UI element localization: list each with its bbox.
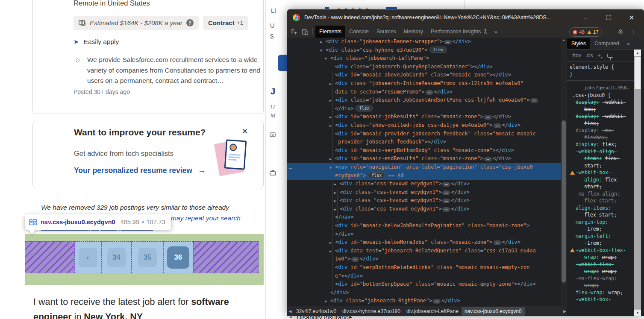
element-style-section[interactable]: element.style { }: [567, 61, 635, 81]
collapse-arrow-icon[interactable]: ▼: [325, 55, 330, 63]
expand-inline-icon[interactable]: …: [426, 90, 433, 95]
expand-arrow-icon[interactable]: ▶: [334, 197, 340, 205]
css-property[interactable]: display: -ms-flexbox;: [576, 127, 629, 141]
apply-button-fragment[interactable]: [278, 55, 288, 71]
devtools-tab-sources[interactable]: Sources: [373, 26, 400, 38]
devtools-titlebar[interactable]: DevTools - www.indeed.com/jobs?q=softwar…: [287, 9, 644, 26]
css-property[interactable]: margin-left: -1rem;: [576, 233, 629, 247]
css-property[interactable]: display: flex;: [576, 141, 629, 148]
overflow-dots-icon[interactable]: …: [289, 163, 292, 172]
scrollbar-thumb[interactable]: [635, 57, 641, 89]
class-toggle-button[interactable]: .cls: [585, 53, 593, 59]
tree-row[interactable]: </nav>: [287, 213, 561, 222]
salary-help-icon[interactable]: ?: [186, 19, 194, 26]
css-property[interactable]: !-webkit-box-flex-wrap: wrap;: [576, 247, 629, 261]
expand-arrow-icon[interactable]: ▶: [329, 113, 335, 122]
css-property[interactable]: flex-wrap: wrap;: [576, 289, 629, 296]
breadcrumb-item[interactable]: div.jobsearch-LeftPane: [403, 307, 462, 316]
css-property[interactable]: -webkit-flex-wrap: wrap;: [576, 261, 629, 275]
new-rule-button[interactable]: +▾: [597, 52, 603, 59]
expand-arrow-icon[interactable]: ▶: [329, 97, 335, 105]
expand-inline-icon[interactable]: …: [444, 40, 452, 44]
css-property[interactable]: -ms-flex-align: flex-start;: [576, 190, 629, 205]
breadcrumb-back-icon[interactable]: ◀: [287, 309, 293, 313]
tree-row[interactable]: ▼<div class="css-hyhnne e37uo190">flex: [287, 46, 561, 55]
devtools-tab-memory[interactable]: Memory: [400, 26, 427, 38]
devtools-tab-elements[interactable]: Elements: [315, 26, 345, 38]
expand-arrow-icon[interactable]: ▶: [325, 297, 330, 306]
tree-row[interactable]: ▶<div class="jobsearch-RightPane">…</div…: [287, 297, 561, 305]
tree-row[interactable]: ▶<div class="jobsearch-JobCountAndSortPa…: [287, 96, 561, 105]
breadcrumb-item[interactable]: 32v4l7.eu4oa1w0: [293, 307, 339, 316]
expand-inline-icon[interactable]: …: [530, 98, 538, 103]
rendering-emulation-icon[interactable]: [607, 54, 613, 58]
tree-row[interactable]: ▶<div class="jobsearch-InlineResumePromo…: [287, 79, 561, 88]
pagination-page-button[interactable]: 35: [138, 248, 157, 267]
tree-row[interactable]: ▶<div id="mosaic-belowMoreJobs" class="m…: [287, 238, 561, 247]
tree-row-selected[interactable]: …▼<nav role="navigation" aria-label="pag…: [287, 163, 561, 172]
tree-row[interactable]: <div id="bottomSerpSpace" class="mosaic …: [287, 280, 561, 289]
expand-inline-icon[interactable]: …: [484, 115, 492, 120]
tree-row[interactable]: ▶<div id="mosaic-endResults" class="mosa…: [287, 155, 561, 163]
maximize-button[interactable]: [600, 9, 617, 26]
scrollbar-thumb[interactable]: [562, 120, 566, 283]
elements-scrollbar[interactable]: ▲: [561, 38, 567, 306]
tree-row[interactable]: </div>: [287, 289, 561, 297]
expand-arrow-icon[interactable]: ▶: [334, 180, 340, 189]
tree-row[interactable]: ▶<div class="show-omitted-jobs css-ds1jy…: [287, 121, 561, 130]
tab-styles[interactable]: Styles: [567, 38, 590, 49]
css-property[interactable]: display: -webkit-flex;: [576, 113, 629, 127]
expand-inline-icon[interactable]: …: [442, 190, 450, 195]
close-button[interactable]: ✕: [623, 9, 640, 26]
css-property[interactable]: align-items: flex-start;: [576, 205, 629, 219]
styles-scrollbar[interactable]: ▲ ▼: [634, 50, 641, 316]
tree-row[interactable]: <div id="mosaic-provider-jobsearch-feedb…: [287, 130, 561, 138]
expand-arrow-icon[interactable]: ▶: [320, 38, 326, 47]
expand-arrow-icon[interactable]: ▶: [334, 189, 340, 197]
tree-row[interactable]: ▶<div class="jobsearch-Banner-wrapper">……: [287, 38, 561, 46]
tree-row[interactable]: </div>: [287, 230, 561, 239]
css-property[interactable]: -webkit-box-: [576, 296, 629, 303]
breadcrumb-forward-icon[interactable]: ▶: [563, 309, 566, 313]
expand-inline-icon[interactable]: …: [484, 157, 492, 161]
expand-arrow-icon[interactable]: ▶: [329, 80, 335, 88]
scroll-down-icon[interactable]: ▼: [634, 310, 641, 316]
expand-arrow-icon[interactable]: ▶: [329, 122, 335, 130]
repeat-search-link[interactable]: may repeat your search: [171, 214, 241, 222]
expand-inline-icon[interactable]: …: [442, 199, 450, 203]
css-property[interactable]: !-webkit-box-align: flex-start;: [576, 169, 629, 190]
expand-arrow-icon[interactable]: ▶: [329, 247, 335, 256]
resume-review-link[interactable]: Your personalized resume review →: [74, 166, 206, 175]
scroll-up-icon[interactable]: ▲: [634, 50, 641, 56]
expand-arrow-icon[interactable]: ▶: [334, 205, 340, 214]
tree-row[interactable]: data-tn-secton="resumePromo">…</div>: [287, 88, 561, 97]
tree-row[interactable]: 1w0">…</div>: [287, 255, 561, 263]
tree-row[interactable]: <div id="mosaic-aboveJobCards" class="mo…: [287, 71, 561, 79]
settings-gear-icon[interactable]: ⚙: [615, 26, 626, 38]
kebab-menu-icon[interactable]: ⋮: [629, 26, 638, 38]
minimize-button[interactable]: –: [577, 9, 594, 26]
job-card[interactable]: Platform 6 Ltd Remote in United States E…: [32, 0, 264, 114]
tab-computed[interactable]: Computed: [590, 38, 623, 49]
company-link-fragment[interactable]: Li: [271, 7, 276, 14]
inspect-icon[interactable]: [291, 29, 298, 35]
tree-row[interactable]: <div class="jobsearch-QueryReplaceContai…: [287, 63, 561, 71]
pagination-page-button[interactable]: 36: [167, 246, 189, 269]
tree-row[interactable]: </div>flex: [287, 105, 561, 113]
scroll-up-icon[interactable]: ▲: [561, 38, 567, 41]
collapse-arrow-icon[interactable]: ▼: [329, 164, 335, 172]
expand-inline-icon[interactable]: …: [433, 299, 441, 304]
tree-row[interactable]: <div id="mosaic-belowJobResultsPaginatio…: [287, 222, 561, 230]
expand-inline-icon[interactable]: …: [442, 207, 450, 212]
expand-inline-icon[interactable]: …: [351, 257, 359, 262]
tree-row[interactable]: ▶<div class="css-tvvxwd ecydgvn1">…</div…: [287, 205, 561, 214]
expand-inline-icon[interactable]: …: [494, 240, 501, 245]
tree-row[interactable]: ▶<div class="css-tvvxwd ecydgvn1">…</div…: [287, 196, 561, 205]
hover-state-button[interactable]: :hov: [571, 53, 581, 59]
tree-row[interactable]: ▶<div class="css-tvvxwd ecydgvn1">…</div…: [287, 188, 561, 197]
issues-badge[interactable]: ✕ 48 17: [569, 27, 602, 37]
tree-row[interactable]: ▶<div class="css-tvvxwd ecydgvn1">…</div…: [287, 180, 561, 188]
expand-arrow-icon[interactable]: ▶: [329, 239, 335, 247]
breadcrumb-item[interactable]: div.css-hyhnne.e37uo190: [339, 307, 403, 316]
flex-badge[interactable]: flex: [368, 172, 385, 179]
